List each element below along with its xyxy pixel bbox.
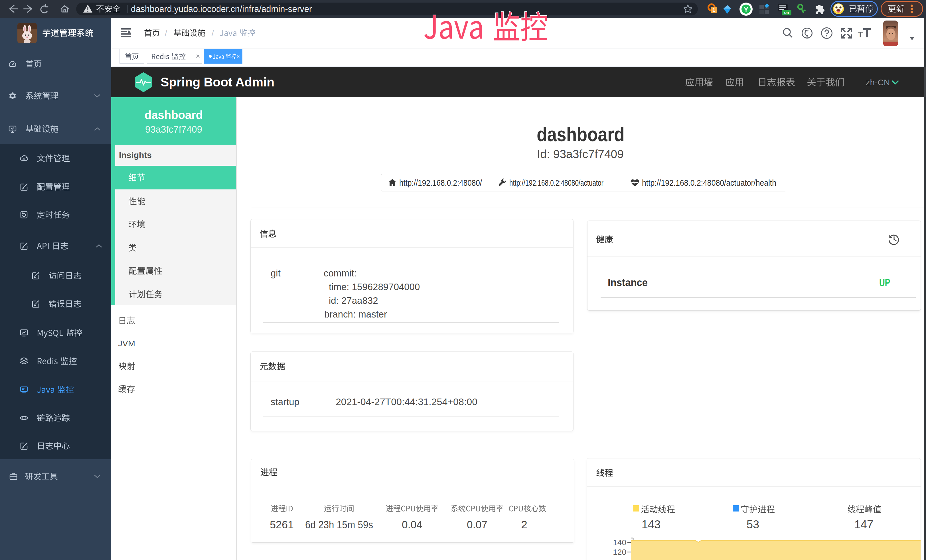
svg-text:0.07: 0.07 bbox=[467, 519, 487, 531]
svg-text:147: 147 bbox=[855, 518, 873, 531]
svg-text:93a3fc7f7409: 93a3fc7f7409 bbox=[145, 124, 202, 135]
svg-text:commit:: commit: bbox=[324, 268, 357, 278]
svg-text:UP: UP bbox=[879, 277, 890, 288]
svg-text:branch: master: branch: master bbox=[324, 309, 387, 319]
svg-text:git: git bbox=[271, 268, 281, 278]
svg-text:/: / bbox=[212, 29, 214, 38]
svg-text:zh-CN: zh-CN bbox=[865, 77, 890, 87]
svg-text:2021-04-27T00:44:31.254+08:00: 2021-04-27T00:44:31.254+08:00 bbox=[336, 397, 477, 407]
svg-text:Instance: Instance bbox=[608, 277, 648, 288]
svg-text:0.04: 0.04 bbox=[402, 519, 422, 531]
svg-text:startup: startup bbox=[271, 397, 300, 407]
svg-text:53: 53 bbox=[747, 518, 760, 531]
svg-text:T: T bbox=[858, 30, 863, 39]
svg-text:dashboard: dashboard bbox=[145, 109, 203, 121]
svg-text:Id: 93a3fc7f7409: Id: 93a3fc7f7409 bbox=[537, 148, 624, 160]
svg-text:120: 120 bbox=[613, 548, 626, 557]
svg-text:time: 1596289704000: time: 1596289704000 bbox=[329, 282, 420, 292]
svg-text:http://192.168.0.2:48080/actua: http://192.168.0.2:48080/actuator bbox=[509, 178, 604, 188]
svg-text:1: 1 bbox=[713, 8, 715, 12]
svg-text:143: 143 bbox=[642, 518, 661, 531]
svg-text:JVM: JVM bbox=[118, 339, 135, 348]
svg-text:2: 2 bbox=[521, 519, 527, 531]
svg-text:id: 27aa832: id: 27aa832 bbox=[329, 295, 378, 306]
svg-text:http://192.168.0.2:48080/actua: http://192.168.0.2:48080/actuator/health bbox=[642, 178, 776, 188]
svg-text:5261: 5261 bbox=[270, 519, 294, 531]
svg-text:140: 140 bbox=[613, 538, 626, 547]
svg-text:/: / bbox=[165, 29, 167, 38]
svg-text:http://192.168.0.2:48080/: http://192.168.0.2:48080/ bbox=[399, 178, 482, 188]
svg-text:Insights: Insights bbox=[119, 150, 152, 160]
svg-text:T: T bbox=[863, 26, 871, 40]
svg-text:dashboard: dashboard bbox=[537, 123, 625, 145]
svg-text:6d 23h 15m 59s: 6d 23h 15m 59s bbox=[305, 519, 373, 531]
svg-text:Spring Boot Admin: Spring Boot Admin bbox=[160, 75, 274, 89]
svg-text:dashboard.yudao.iocoder.cn/inf: dashboard.yudao.iocoder.cn/infra/admin-s… bbox=[131, 4, 312, 14]
svg-text:on: on bbox=[784, 10, 789, 15]
